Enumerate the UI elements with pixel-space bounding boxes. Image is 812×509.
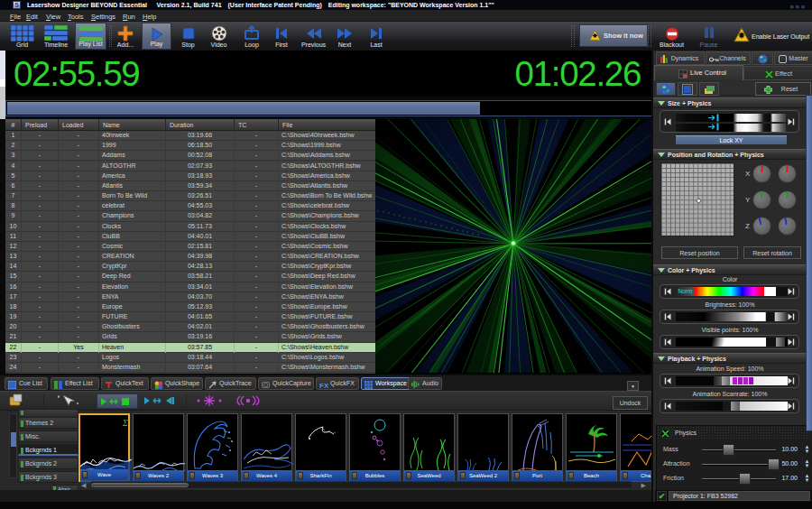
svg-text:FX: FX xyxy=(319,382,328,389)
svg-text:Σ: Σ xyxy=(122,418,128,428)
